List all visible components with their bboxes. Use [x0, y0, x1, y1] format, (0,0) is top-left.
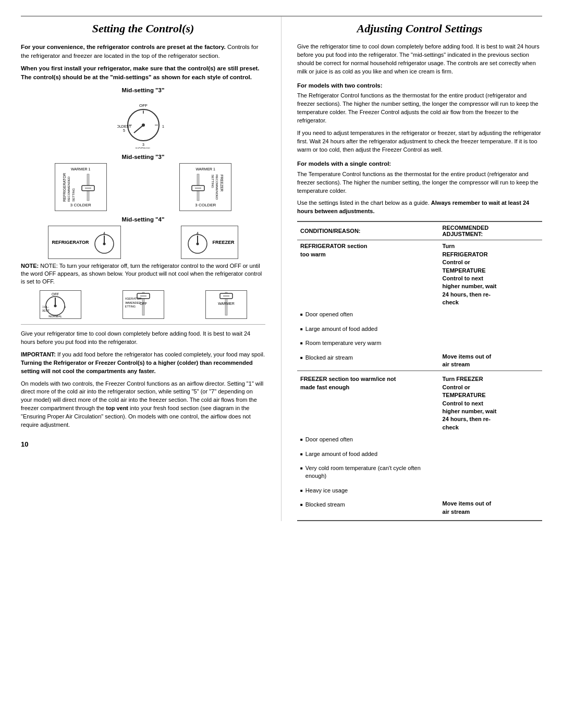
- table-row-frez-food: Large amount of food added: [297, 447, 542, 461]
- table-row-frez-door: Door opened often: [297, 433, 542, 447]
- svg-point-21: [103, 242, 105, 245]
- important-label: IMPORTANT:: [21, 351, 56, 357]
- cool-down-para: Give your refrigerator time to cool down…: [21, 330, 265, 347]
- chart-intro-text: Use the settings listed in the chart bel…: [297, 200, 431, 206]
- off-dial-svg: OFF COL- DEST 1 NORMAL: [42, 291, 79, 317]
- table-row-ref-header: REFRIGERATOR sectiontoo warm TurnREFRIGE…: [297, 240, 542, 308]
- svg-text:RECOMMENDED: RECOMMENDED: [125, 301, 141, 304]
- left-column: Setting the Control(s) For your convenie…: [21, 17, 282, 521]
- right-intro: Give the refrigerator time to cool down …: [297, 43, 542, 76]
- table-row-frez-blocked: Blocked stream Move items out ofair stre…: [297, 498, 542, 521]
- svg-text:COL-: COL-: [42, 305, 49, 309]
- ref-condition-header: REFRIGERATOR sectiontoo warm: [297, 240, 439, 308]
- svg-text:NORMAL: NORMAL: [136, 147, 151, 149]
- svg-text:NORMAL: NORMAL: [48, 315, 62, 317]
- frez-blocked-item: Blocked stream: [300, 501, 436, 509]
- ref-blocked-item: Blocked air stream: [300, 354, 436, 362]
- left-title: Setting the Control(s): [21, 22, 265, 35]
- dial-svg-1: OFF COLDEST 5 1 3 NORMAL: [117, 96, 169, 149]
- ref-adjustment: TurnREFRIGERATORControl orTEMPERATURECon…: [439, 240, 542, 308]
- two-controls-para1: The Refrigerator Control functions as th…: [297, 92, 542, 125]
- frez-cold-adj: [439, 461, 542, 484]
- divider-1: [21, 324, 265, 325]
- off-slide-svg: OFF REFRIGERATOR RECOMMENDED SETTING: [125, 291, 162, 317]
- ref-food-cell: Large amount of food added: [297, 322, 439, 336]
- ref-door-cell: Door opened often: [297, 307, 439, 322]
- table-header-row: CONDITION/REASON: RECOMMENDEDADJUSTMENT:: [297, 221, 542, 240]
- frez-food-cell: Large amount of food added: [297, 447, 439, 461]
- svg-text:1: 1: [162, 125, 164, 128]
- frez-blocked-cell: Blocked stream: [297, 498, 439, 521]
- controls-row-4: REFRIGERATOR 4 4: [21, 226, 265, 259]
- table-row-frez-header: FREEZER section too warm/ice notmade fas…: [297, 371, 542, 433]
- frez-ice-cell: Heavy ice usage: [297, 484, 439, 498]
- svg-text:SETTING: SETTING: [125, 305, 136, 308]
- svg-text:OFF: OFF: [139, 103, 148, 108]
- controls-row-3: WARMER 1 REFRIGERATORRECOMMENDEDSETTING …: [21, 163, 265, 211]
- svg-text:DEST: DEST: [42, 309, 50, 312]
- two-column-layout: Setting the Control(s) For your convenie…: [21, 17, 542, 521]
- frez-blocked-adj: Move items out ofair stream: [439, 498, 542, 521]
- off-dial-slide2: WARMER: [205, 290, 247, 319]
- frez-food-adj: [439, 447, 542, 461]
- important-rest: If you add food before the refrigerator …: [57, 351, 265, 357]
- ref-blocked-cell: Blocked air stream: [297, 351, 439, 371]
- col1-header: CONDITION/REASON:: [297, 221, 439, 240]
- frez-cold-item: Very cold room temperature (can't cycle …: [300, 464, 436, 480]
- right-column: Adjusting Control Settings Give the refr…: [282, 17, 542, 521]
- ref-food-adj: [439, 322, 542, 336]
- svg-point-33: [54, 305, 56, 307]
- frez-door-adj: [439, 433, 542, 447]
- mid-setting-3-label: Mid-setting "3": [21, 87, 265, 93]
- important-para: IMPORTANT: If you add food before the re…: [21, 351, 265, 376]
- svg-text:OFF: OFF: [52, 292, 59, 296]
- control-box-refrigerator-4: REFRIGERATOR 4: [48, 226, 120, 259]
- svg-text:3: 3: [142, 143, 144, 146]
- frez-ice-item: Heavy ice usage: [300, 487, 436, 495]
- warning-bold: When you first install your refrigerator…: [21, 65, 260, 80]
- svg-text:WARMER: WARMER: [218, 302, 235, 305]
- table-row-frez-cold: Very cold room temperature (can't cycle …: [297, 461, 542, 484]
- col2-header: RECOMMENDEDADJUSTMENT:: [439, 221, 542, 240]
- table-row-ref-food: Large amount of food added: [297, 322, 542, 336]
- control-box-refrigerator-3: WARMER 1 REFRIGERATORRECOMMENDEDSETTING …: [55, 163, 107, 211]
- off-diagrams-row: OFF COL- DEST 1 NORMAL: [21, 290, 265, 319]
- note-para: NOTE: NOTE: To turn your refrigerator of…: [21, 262, 265, 286]
- right-title: Adjusting Control Settings: [297, 22, 542, 35]
- dial-diagram-1: OFF COLDEST 5 1 3 NORMAL: [21, 96, 265, 149]
- table-row-ref-blocked: Blocked air stream Move items out ofair …: [297, 351, 542, 371]
- single-para: The Temperature Control functions as the…: [297, 170, 542, 195]
- ref-warm-adj: [439, 336, 542, 350]
- intro-para: For your convenience, the refrigerator c…: [21, 43, 265, 60]
- page: Setting the Control(s) For your convenie…: [0, 0, 563, 728]
- frez-food-item: Large amount of food added: [300, 450, 436, 458]
- two-controls-para2: If you need to adjust temperatures in th…: [297, 129, 542, 154]
- frez-ice-adj: [439, 484, 542, 498]
- ref-door-adj: [439, 307, 542, 322]
- svg-text:REFRIGERATOR: REFRIGERATOR: [125, 297, 142, 300]
- ref-warm-item: Room temperature very warm: [300, 339, 436, 347]
- svg-point-25: [196, 242, 199, 245]
- svg-text:1: 1: [64, 305, 66, 309]
- chart-intro: Use the settings listed in the chart bel…: [297, 199, 542, 216]
- airflow-para: On models with two controls, the Freezer…: [21, 380, 265, 430]
- svg-text:4: 4: [197, 231, 199, 235]
- frez-door-cell: Door opened often: [297, 433, 439, 447]
- svg-text:5: 5: [123, 129, 125, 132]
- ref-door-item: Door opened often: [300, 311, 436, 318]
- svg-text:4: 4: [103, 231, 105, 235]
- ref-food-item: Large amount of food added: [300, 325, 436, 333]
- frez-condition-header: FREEZER section too warm/ice notmade fas…: [297, 371, 439, 433]
- table-row-ref-door: Door opened often: [297, 307, 542, 322]
- table-row-ref-warm: Room temperature very warm: [297, 336, 542, 350]
- warning-para: When you first install your refrigerator…: [21, 64, 265, 81]
- slide-control-ref-3: [78, 173, 99, 202]
- two-controls-head: For models with two controls:: [297, 81, 542, 90]
- table-row-frez-ice: Heavy ice usage: [297, 484, 542, 498]
- intro-bold: For your convenience, the refrigerator c…: [21, 44, 226, 50]
- single-control-head: For models with a single control:: [297, 159, 542, 168]
- ref-warm-cell: Room temperature very warm: [297, 336, 439, 350]
- control-box-freezer-3: WARMER 1 FREEZERRECOMMENDEDSETTING 3 COL…: [179, 163, 231, 211]
- top-vent-bold: top vent: [106, 405, 128, 411]
- mid-setting-4-label: Mid-setting "4": [21, 216, 265, 223]
